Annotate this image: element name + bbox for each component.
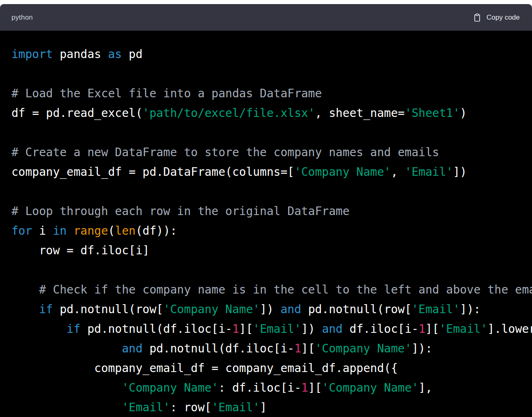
code-token-str: 'Email' xyxy=(253,322,301,336)
code-line xyxy=(11,64,532,84)
code-line: row = df.iloc[i] xyxy=(11,241,532,260)
code-token-pl: ], xyxy=(419,381,433,395)
code-line: company_email_df = pd.DataFrame(columns=… xyxy=(11,162,532,182)
code-token-com: # Create a new DataFrame to store the co… xyxy=(11,146,439,159)
code-content: import pandas as pd # Load the Excel fil… xyxy=(0,31,532,417)
code-token-pl: pd.notnull(row[ xyxy=(301,303,412,316)
code-token-pl: ) xyxy=(460,106,467,120)
code-token-num: 1 xyxy=(301,381,308,395)
code-token-str: 'Sheet1' xyxy=(405,106,460,120)
code-token-pl: ]): xyxy=(460,303,481,316)
code-token-pl: : df.iloc[i- xyxy=(219,381,301,395)
code-token-pl xyxy=(67,224,74,238)
code-token-kw: in xyxy=(53,224,67,238)
code-line: if pd.notnull(row['Company Name']) and p… xyxy=(11,300,532,319)
code-token-kw: and xyxy=(280,303,301,316)
code-token-str: 'Email' xyxy=(212,401,260,414)
code-token-fn: range xyxy=(74,224,108,238)
code-token-com: # Loop through each row in the original … xyxy=(11,204,349,218)
code-line: # Create a new DataFrame to store the co… xyxy=(11,143,532,162)
code-line: and pd.notnull(df.iloc[i-1]['Company Nam… xyxy=(11,339,532,359)
code-token-pl xyxy=(11,303,39,316)
code-token-pl: company_email_df = pd.DataFrame(columns=… xyxy=(11,165,294,179)
code-token-pl: , xyxy=(391,165,405,179)
code-token-pl xyxy=(11,401,122,414)
code-token-pl: pd xyxy=(122,47,143,61)
code-token-pl: ]) xyxy=(453,165,467,179)
code-token-pl xyxy=(11,381,122,395)
code-token-pl: ]): xyxy=(412,342,433,355)
code-line: # Check if the company name is in the ce… xyxy=(11,280,532,300)
code-token-pl: pandas xyxy=(53,47,108,61)
code-token-pl: df.iloc[i- xyxy=(343,322,418,336)
code-line: 'Email': row['Email'] xyxy=(11,398,532,417)
code-token-pl: , sheet_name= xyxy=(315,106,405,120)
code-token-pl xyxy=(11,342,122,355)
code-line: # Loop through each row in the original … xyxy=(11,202,532,221)
code-token-str: 'Email' xyxy=(405,165,453,179)
code-token-str: 'Email' xyxy=(122,401,170,414)
code-token-kw: if xyxy=(39,303,53,316)
code-token-pl: pd.notnull(row[ xyxy=(53,303,163,316)
code-token-pl: (df)): xyxy=(135,224,177,238)
code-token-pl: : row[ xyxy=(170,401,212,414)
code-token-pl: company_email_df = company_email_df.appe… xyxy=(11,361,398,375)
code-token-kw: as xyxy=(108,47,122,61)
code-token-str: 'Company Name' xyxy=(315,342,412,355)
page-background: python Copy code import pandas as pd # L… xyxy=(0,0,532,417)
code-block-header: python Copy code xyxy=(0,4,532,31)
code-token-str: 'Company Name' xyxy=(322,381,419,395)
code-token-kw: and xyxy=(322,322,343,336)
code-line xyxy=(11,123,532,143)
code-token-str: 'Company Name' xyxy=(163,303,260,316)
code-token-str: 'Company Name' xyxy=(294,165,391,179)
language-label: python xyxy=(11,13,33,22)
code-line: import pandas as pd xyxy=(11,45,532,64)
code-token-str: 'path/to/excel/file.xlsx' xyxy=(142,106,315,120)
code-token-pl: ][ xyxy=(308,381,322,395)
code-token-pl: pd.notnull(df.iloc[i- xyxy=(81,322,232,336)
code-token-kw: if xyxy=(67,322,81,336)
code-token-pl: ]) xyxy=(260,303,281,316)
code-token-pl: df = pd.read_excel( xyxy=(11,106,142,120)
code-token-pl: ] xyxy=(260,401,267,414)
code-line: company_email_df = company_email_df.appe… xyxy=(11,359,532,378)
code-token-pl: pd.notnull(df.iloc[i- xyxy=(142,342,294,355)
code-token-str: 'Company Name' xyxy=(122,381,219,395)
code-line: # Load the Excel file into a pandas Data… xyxy=(11,84,532,103)
code-line: df = pd.read_excel('path/to/excel/file.x… xyxy=(11,103,532,123)
code-line xyxy=(11,260,532,280)
code-token-str: 'Email' xyxy=(439,322,487,336)
code-token-pl: ( xyxy=(108,224,115,238)
copy-code-label: Copy code xyxy=(487,13,520,22)
code-token-com: # Check if the company name is in the ce… xyxy=(11,283,532,296)
code-token-pl: row = df.iloc[i] xyxy=(11,244,149,257)
code-token-num: 1 xyxy=(232,322,239,336)
code-token-pl: ][ xyxy=(301,342,315,355)
code-token-pl: ][ xyxy=(426,322,440,336)
code-token-str: 'Email' xyxy=(412,303,460,316)
code-token-pl xyxy=(11,322,67,336)
code-token-kw: import xyxy=(11,47,53,61)
code-token-kw: and xyxy=(122,342,143,355)
code-line: 'Company Name': df.iloc[i-1]['Company Na… xyxy=(11,378,532,398)
clipboard-icon xyxy=(472,13,482,22)
code-token-num: 1 xyxy=(419,322,426,336)
copy-code-button[interactable]: Copy code xyxy=(472,13,520,22)
code-token-pl: ].lower xyxy=(487,322,532,336)
code-line: for i in range(len(df)): xyxy=(11,221,532,241)
code-block: python Copy code import pandas as pd # L… xyxy=(0,4,532,417)
code-token-num: 1 xyxy=(294,342,301,355)
code-token-pl: ][ xyxy=(239,322,253,336)
code-token-pl: ]) xyxy=(301,322,322,336)
code-token-fn: len xyxy=(115,224,136,238)
code-token-pl: i xyxy=(32,224,53,238)
code-token-com: # Load the Excel file into a pandas Data… xyxy=(11,87,322,100)
code-line: if pd.notnull(df.iloc[i-1]['Email']) and… xyxy=(11,319,532,339)
code-line xyxy=(11,182,532,202)
code-token-kw: for xyxy=(11,224,32,238)
